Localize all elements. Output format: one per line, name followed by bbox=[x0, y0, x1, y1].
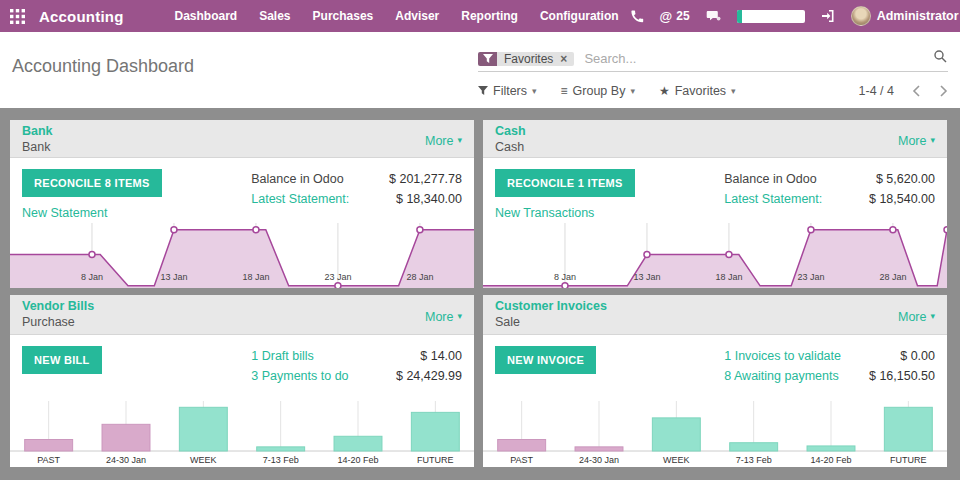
card-bank-header[interactable]: Bank Bank More ▾ bbox=[10, 120, 474, 158]
search-bar: Favorites × bbox=[478, 46, 948, 72]
more-label: More bbox=[425, 134, 453, 148]
cash-balance-chart[interactable]: 8 Jan13 Jan18 Jan23 Jan28 Jan bbox=[483, 221, 947, 288]
pager: 1-4 / 4 bbox=[859, 84, 948, 98]
card-subtitle: Bank bbox=[22, 140, 53, 156]
app-title[interactable]: Accounting bbox=[39, 8, 124, 25]
payments-to-do-value: $ 24,429.99 bbox=[396, 366, 462, 386]
search-options-bar: Filters ▾ ≡ Group By ▾ ★ Favorites ▾ 1-4… bbox=[478, 80, 948, 102]
menu-adviser[interactable]: Adviser bbox=[384, 0, 450, 32]
card-vendor-bills-header[interactable]: Vendor Bills Purchase More ▾ bbox=[10, 295, 474, 335]
card-cash-header[interactable]: Cash Cash More ▾ bbox=[483, 120, 947, 158]
svg-text:8 Jan: 8 Jan bbox=[81, 272, 103, 282]
new-invoice-button[interactable]: NEW INVOICE bbox=[495, 346, 596, 374]
card-figures: Balance in Odoo $ 5,620.00 Latest Statem… bbox=[724, 169, 935, 209]
invoices-to-validate-link[interactable]: 1 Invoices to validate bbox=[724, 346, 841, 366]
menu-purchases[interactable]: Purchases bbox=[302, 0, 385, 32]
card-subtitle: Purchase bbox=[22, 315, 94, 331]
card-title[interactable]: Cash bbox=[495, 124, 526, 140]
chevron-down-icon: ▾ bbox=[457, 136, 462, 145]
more-dropdown[interactable]: More ▾ bbox=[898, 303, 935, 330]
balance-label: Balance in Odoo bbox=[724, 169, 816, 189]
reconcile-items-button[interactable]: RECONCILE 1 ITEMS bbox=[495, 169, 635, 197]
svg-text:FUTURE: FUTURE bbox=[417, 455, 454, 465]
latest-statement-link[interactable]: Latest Statement: bbox=[724, 189, 822, 209]
svg-text:WEEK: WEEK bbox=[190, 455, 217, 465]
vendor-bills-chart[interactable]: PAST24-30 JanWEEK7-13 Feb14-20 FebFUTURE bbox=[10, 397, 474, 467]
card-title[interactable]: Bank bbox=[22, 124, 53, 140]
svg-text:23 Jan: 23 Jan bbox=[797, 272, 824, 282]
draft-bills-link[interactable]: 1 Draft bills bbox=[251, 346, 314, 366]
filters-label: Filters bbox=[493, 84, 527, 98]
search-icon[interactable] bbox=[933, 49, 948, 68]
card-figures: 1 Invoices to validate $ 0.00 8 Awaiting… bbox=[724, 346, 935, 386]
chevron-down-icon: ▾ bbox=[930, 312, 935, 321]
new-transactions-link[interactable]: New Transactions bbox=[495, 206, 594, 220]
group-by-label: Group By bbox=[573, 84, 626, 98]
balance-value: $ 5,620.00 bbox=[876, 169, 935, 189]
sign-in-icon[interactable] bbox=[821, 9, 835, 23]
phone-icon[interactable] bbox=[630, 9, 644, 23]
svg-text:18 Jan: 18 Jan bbox=[715, 272, 742, 282]
card-title[interactable]: Customer Invoices bbox=[495, 299, 607, 315]
svg-text:13 Jan: 13 Jan bbox=[633, 272, 660, 282]
card-vendor-bills: Vendor Bills Purchase More ▾ NEW BILL 1 … bbox=[10, 295, 474, 467]
menu-configuration[interactable]: Configuration bbox=[529, 0, 630, 32]
svg-text:8 Jan: 8 Jan bbox=[554, 272, 576, 282]
reconcile-items-button[interactable]: RECONCILE 8 ITEMS bbox=[22, 169, 162, 197]
svg-text:23 Jan: 23 Jan bbox=[324, 272, 351, 282]
new-bill-button[interactable]: NEW BILL bbox=[22, 346, 102, 374]
card-customer-invoices-header[interactable]: Customer Invoices Sale More ▾ bbox=[483, 295, 947, 335]
card-title[interactable]: Vendor Bills bbox=[22, 299, 94, 315]
chevron-down-icon: ▾ bbox=[532, 87, 537, 96]
favorites-dropdown[interactable]: ★ Favorites ▾ bbox=[659, 84, 736, 98]
activities-count: 25 bbox=[676, 9, 689, 23]
apps-grid-icon[interactable] bbox=[10, 6, 25, 26]
planner-progress-bar[interactable] bbox=[737, 10, 805, 23]
star-icon: ★ bbox=[659, 84, 670, 98]
svg-text:14-20 Feb: 14-20 Feb bbox=[810, 455, 851, 465]
chevron-down-icon: ▾ bbox=[731, 87, 736, 96]
awaiting-payments-link[interactable]: 8 Awaiting payments bbox=[724, 366, 838, 386]
svg-text:28 Jan: 28 Jan bbox=[406, 272, 433, 282]
customer-invoices-chart[interactable]: PAST24-30 JanWEEK7-13 Feb14-20 FebFUTURE bbox=[483, 397, 947, 467]
more-dropdown[interactable]: More ▾ bbox=[425, 128, 462, 153]
chevron-down-icon: ▾ bbox=[457, 312, 462, 321]
bank-balance-chart[interactable]: 8 Jan13 Jan18 Jan23 Jan28 Jan bbox=[10, 221, 474, 288]
latest-statement-link[interactable]: Latest Statement: bbox=[251, 189, 349, 209]
balance-value: $ 201,277.78 bbox=[389, 169, 462, 189]
facet-close-icon[interactable]: × bbox=[560, 52, 567, 66]
menu-reporting[interactable]: Reporting bbox=[450, 0, 529, 32]
search-input[interactable] bbox=[582, 50, 933, 67]
more-dropdown[interactable]: More ▾ bbox=[898, 128, 935, 153]
menu-dashboard[interactable]: Dashboard bbox=[164, 0, 249, 32]
svg-text:PAST: PAST bbox=[510, 455, 533, 465]
group-by-icon: ≡ bbox=[561, 84, 568, 98]
pager-next-icon[interactable] bbox=[939, 85, 948, 97]
svg-text:FUTURE: FUTURE bbox=[890, 455, 927, 465]
latest-statement-value: $ 18,540.00 bbox=[869, 189, 935, 209]
funnel-icon bbox=[478, 86, 488, 96]
svg-text:13 Jan: 13 Jan bbox=[160, 272, 187, 282]
activities-counter[interactable]: @ 25 bbox=[660, 9, 690, 24]
control-panel: Accounting Dashboard Favorites × Filters… bbox=[0, 32, 960, 108]
more-label: More bbox=[898, 134, 926, 148]
card-bank: Bank Bank More ▾ RECONCILE 8 ITEMS New S… bbox=[10, 120, 474, 288]
balance-label: Balance in Odoo bbox=[251, 169, 343, 189]
more-dropdown[interactable]: More ▾ bbox=[425, 303, 462, 330]
payments-to-do-link[interactable]: 3 Payments to do bbox=[251, 366, 348, 386]
messages-icon[interactable] bbox=[706, 10, 721, 23]
card-figures: Balance in Odoo $ 201,277.78 Latest Stat… bbox=[251, 169, 462, 209]
new-statement-link[interactable]: New Statement bbox=[22, 206, 107, 220]
top-nav-bar: Accounting Dashboard Sales Purchases Adv… bbox=[0, 0, 960, 32]
more-label: More bbox=[898, 310, 926, 324]
card-customer-invoices: Customer Invoices Sale More ▾ NEW INVOIC… bbox=[483, 295, 947, 467]
card-figures: 1 Draft bills $ 14.00 3 Payments to do $… bbox=[251, 346, 462, 386]
more-label: More bbox=[425, 310, 453, 324]
pager-previous-icon[interactable] bbox=[912, 85, 921, 97]
planner-progress-fill bbox=[737, 10, 742, 23]
menu-sales[interactable]: Sales bbox=[248, 0, 301, 32]
chevron-down-icon: ▾ bbox=[930, 136, 935, 145]
group-by-dropdown[interactable]: ≡ Group By ▾ bbox=[561, 84, 635, 98]
user-menu[interactable]: Administrator ▾ bbox=[851, 6, 960, 26]
filters-dropdown[interactable]: Filters ▾ bbox=[478, 84, 537, 98]
